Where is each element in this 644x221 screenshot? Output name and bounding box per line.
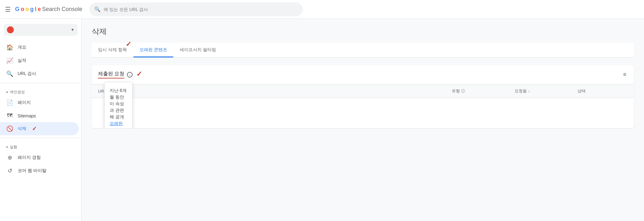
url-inspect-icon: 🔍: [6, 70, 13, 77]
tab-label: 임시 삭제 항목: [98, 47, 127, 52]
sidebar-item-label: 코어 웹 바이탈: [18, 168, 46, 174]
tabs-wrapper: ✓ 임시 삭제 항목 오래된 콘텐츠 세이프서치 필터링: [92, 43, 634, 57]
tooltip-link[interactable]: 오래된 콘텐츠 삭제 도구: [110, 121, 124, 128]
logo-l: l: [35, 6, 36, 13]
search-icon: 🔍: [94, 6, 101, 12]
main-layout: ▼ 🏠 개요 📈 실적 🔍 URL 검사 ▾ 색인생성 📄 페이지 🗺 Site…: [0, 19, 644, 221]
logo-o2: o: [25, 6, 29, 13]
app-logo: Google Search Console: [15, 6, 82, 13]
logo-e: e: [38, 6, 41, 13]
performance-icon: 📈: [6, 57, 13, 64]
sidebar-item-label: Sitemaps: [18, 113, 36, 118]
tabs-bar: 임시 삭제 항목 오래된 콘텐츠 세이프서치 필터링: [92, 43, 634, 57]
chevron-down-icon: ▼: [71, 28, 74, 32]
sidebar-item-label: 개요: [18, 45, 26, 50]
col-url: URL: [98, 88, 452, 94]
search-bar[interactable]: 🔍: [89, 3, 303, 16]
sidebar-section-indexing[interactable]: ▾ 색인생성: [0, 86, 81, 96]
sidebar-divider-2: [0, 138, 81, 138]
col-status: 상태: [577, 88, 628, 94]
sidebar-item-label: URL 검사: [18, 71, 36, 77]
sidebar-item-performance[interactable]: 📈 실적: [0, 54, 79, 67]
tab-outdated-content[interactable]: 오래된 콘텐츠: [133, 43, 173, 57]
info-icon[interactable]: i: [127, 72, 133, 78]
table-empty-state: [92, 98, 634, 128]
section-label: 색인생성: [10, 89, 25, 95]
search-input[interactable]: [104, 7, 298, 12]
hamburger-menu-icon[interactable]: ☰: [4, 4, 12, 14]
table-column-headers: URL 유형 ⓘ 요청됨 ↓ 상태: [92, 84, 634, 98]
section-label-2: 실험: [10, 144, 17, 150]
sitemaps-icon: 🗺: [6, 112, 13, 119]
pages-icon: 📄: [6, 99, 13, 106]
property-selector[interactable]: ▼: [4, 24, 78, 36]
sidebar-item-label: 삭제: [18, 126, 26, 132]
requests-table-container: 제출된 요청 ✓ i 지난 6개월 동안 이 속성과 관련해 공개 오래된 콘텐…: [92, 65, 634, 128]
tooltip: 지난 6개월 동안 이 속성과 관련해 공개 오래된 콘텐츠 삭제 도구를 사용…: [104, 82, 133, 128]
filter-icon[interactable]: ≡: [622, 70, 628, 79]
tooltip-text1: 지난 6개월 동안 이 속성과 관련해 공개: [110, 88, 127, 119]
col-type-label: 유형: [452, 88, 460, 94]
table-title-area: 제출된 요청 ✓ i 지난 6개월 동안 이 속성과 관련해 공개 오래된 콘텐…: [98, 71, 133, 78]
sidebar-item-pages[interactable]: 📄 페이지: [0, 96, 79, 109]
sidebar-item-label: 페이지: [18, 100, 31, 105]
sidebar-check-annotation: ✓: [32, 125, 37, 132]
sidebar-item-overview[interactable]: 🏠 개요: [0, 41, 79, 54]
property-dot: [7, 26, 14, 33]
sidebar-item-label: 페이지 경험: [18, 155, 41, 160]
sidebar-section-experiments[interactable]: ▾ 실험: [0, 141, 81, 151]
col-requested[interactable]: 요청됨 ↓: [515, 88, 577, 94]
tab-label: 세이프서치 필터링: [180, 47, 216, 52]
table-title: 제출된 요청: [98, 71, 124, 78]
col-requested-label: 요청됨: [515, 88, 527, 94]
sidebar-divider: [0, 83, 81, 83]
core-web-vitals-icon: ↺: [6, 167, 13, 174]
sidebar-item-url-inspection[interactable]: 🔍 URL 검사: [0, 67, 79, 80]
col-type: 유형 ⓘ: [452, 88, 515, 94]
col-type-info-icon[interactable]: ⓘ: [461, 89, 465, 94]
table-header: 제출된 요청 ✓ i 지난 6개월 동안 이 속성과 관련해 공개 오래된 콘텐…: [92, 65, 634, 84]
logo-g2: g: [30, 6, 34, 13]
removals-icon: 🚫: [6, 125, 13, 132]
logo-suffix: Search Console: [42, 6, 82, 13]
logo-o1: o: [21, 6, 24, 13]
sidebar-item-removals[interactable]: 🚫 삭제 ✓: [0, 122, 79, 135]
tab-label: 오래된 콘텐츠: [139, 47, 167, 52]
page-experience-icon: ⊕: [6, 154, 13, 161]
tab-temp-removals[interactable]: 임시 삭제 항목: [92, 43, 133, 57]
sidebar-item-sitemaps[interactable]: 🗺 Sitemaps: [0, 109, 79, 122]
sidebar: ▼ 🏠 개요 📈 실적 🔍 URL 검사 ▾ 색인생성 📄 페이지 🗺 Site…: [0, 19, 82, 221]
sidebar-item-core-web-vitals[interactable]: ↺ 코어 웹 바이탈: [0, 164, 79, 177]
logo-g: G: [15, 6, 19, 13]
sort-desc-icon: ↓: [528, 89, 530, 93]
title-check-annotation: ✓: [136, 70, 142, 78]
topbar-left: ☰ Google Search Console: [4, 4, 85, 14]
content-area: 삭제 ✓ 임시 삭제 항목 오래된 콘텐츠 세이프서치 필터링 제출된 요청: [82, 19, 644, 221]
col-status-label: 상태: [577, 88, 586, 94]
section-arrow-icon: ▾: [6, 90, 8, 94]
tab-safesearch[interactable]: 세이프서치 필터링: [173, 43, 222, 57]
section-arrow-icon-2: ▾: [6, 145, 8, 149]
home-icon: 🏠: [6, 44, 13, 51]
page-title: 삭제: [92, 26, 634, 36]
sidebar-item-label: 실적: [18, 58, 26, 63]
topbar: ☰ Google Search Console 🔍: [0, 0, 644, 19]
sidebar-item-page-experience[interactable]: ⊕ 페이지 경험: [0, 151, 79, 164]
